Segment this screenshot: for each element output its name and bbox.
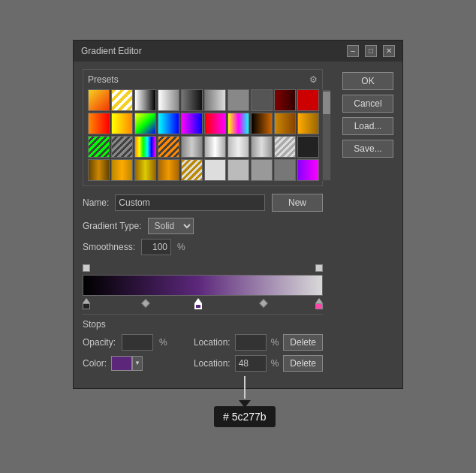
stops-section: Stops Opacity: % Location: % Delete Colo… <box>83 314 323 372</box>
color-stop-48[interactable] <box>194 298 202 309</box>
preset-swatch-20[interactable] <box>88 136 110 158</box>
gradient-type-row: Gradient Type: Solid Noise <box>83 218 323 234</box>
preset-swatch-5[interactable] <box>204 89 226 111</box>
color-delete-button[interactable]: Delete <box>283 355 323 372</box>
preset-swatch-15[interactable] <box>204 113 226 134</box>
color-stop-100[interactable] <box>315 298 323 309</box>
preset-swatch-0[interactable] <box>88 89 110 111</box>
preset-swatch-4[interactable] <box>181 89 203 111</box>
midpoint-2[interactable] <box>259 299 267 307</box>
color-stops-row <box>83 297 323 309</box>
cancel-button[interactable]: Cancel <box>342 95 393 113</box>
title-bar: Gradient Editor – □ ✕ <box>74 41 402 62</box>
preset-swatch-18[interactable] <box>274 113 296 134</box>
preset-swatch-21[interactable] <box>111 136 133 158</box>
dialog-body: OK Cancel Load... Save... Presets ⚙ Name… <box>74 62 402 388</box>
gear-icon[interactable]: ⚙ <box>309 74 318 85</box>
smoothness-row: Smoothness: % <box>83 239 323 255</box>
preset-swatch-31[interactable] <box>111 159 133 181</box>
preset-swatch-3[interactable] <box>158 89 179 111</box>
preset-swatch-6[interactable] <box>227 89 249 111</box>
preset-swatch-26[interactable] <box>227 136 249 158</box>
presets-label: Presets <box>88 74 119 85</box>
color-dropdown: ▼ <box>111 356 143 371</box>
preset-swatch-9[interactable] <box>297 89 319 111</box>
opacity-input[interactable] <box>122 334 153 351</box>
dialog-title: Gradient Editor <box>81 46 142 56</box>
preset-swatch-28[interactable] <box>274 136 296 158</box>
preset-swatch-11[interactable] <box>111 113 133 134</box>
minimize-button[interactable]: – <box>347 45 359 57</box>
preset-swatch-19[interactable] <box>297 113 319 134</box>
preset-swatch-36[interactable] <box>227 159 249 181</box>
preset-swatch-12[interactable] <box>134 113 156 134</box>
gradient-type-select[interactable]: Solid Noise <box>148 218 194 234</box>
opacity-unit: % <box>159 337 167 348</box>
scrollbar-thumb <box>323 92 330 114</box>
color-dropdown-arrow[interactable]: ▼ <box>132 356 143 371</box>
preset-swatch-14[interactable] <box>181 113 203 134</box>
ok-button[interactable]: OK <box>342 72 393 90</box>
preset-swatch-39[interactable] <box>297 159 319 181</box>
name-input[interactable] <box>115 194 265 211</box>
preset-swatch-7[interactable] <box>251 89 273 111</box>
color-location-input[interactable] <box>235 355 267 372</box>
smoothness-input[interactable] <box>141 239 171 255</box>
opacity-location-unit: % <box>271 337 279 348</box>
smoothness-label: Smoothness: <box>83 242 135 252</box>
preset-swatch-16[interactable] <box>227 113 249 134</box>
right-buttons: OK Cancel Load... Save... <box>342 72 393 158</box>
preset-swatch-17[interactable] <box>251 113 273 134</box>
preset-swatch-22[interactable] <box>134 136 156 158</box>
presets-grid <box>88 89 319 181</box>
preset-swatch-29[interactable] <box>297 136 319 158</box>
color-stop-0[interactable] <box>83 298 90 309</box>
preset-swatch-33[interactable] <box>158 159 179 181</box>
preset-swatch-1[interactable] <box>111 89 133 111</box>
close-button[interactable]: ✕ <box>383 45 395 57</box>
opacity-delete-button[interactable]: Delete <box>283 334 323 351</box>
preset-swatch-34[interactable] <box>181 159 203 181</box>
gradient-type-label: Gradient Type: <box>83 221 142 231</box>
color-row: Color: ▼ Location: % Delete <box>83 355 323 372</box>
maximize-button[interactable]: □ <box>365 45 377 57</box>
color-swatch[interactable] <box>111 356 132 371</box>
preset-swatch-24[interactable] <box>181 136 203 158</box>
opacity-stop-left[interactable] <box>83 264 90 272</box>
preset-swatch-23[interactable] <box>158 136 179 158</box>
gradient-bar-area <box>83 263 323 309</box>
preset-swatch-13[interactable] <box>158 113 179 134</box>
opacity-location-input[interactable] <box>235 334 267 351</box>
gradient-bar-fill <box>83 276 322 295</box>
color-location-unit: % <box>271 358 279 369</box>
presets-grid-wrapper <box>88 89 318 181</box>
opacity-label: Opacity: <box>83 337 116 348</box>
preset-swatch-2[interactable] <box>134 89 156 111</box>
preset-swatch-38[interactable] <box>274 159 296 181</box>
presets-header: Presets ⚙ <box>88 74 318 85</box>
preset-swatch-25[interactable] <box>204 136 226 158</box>
preset-swatch-37[interactable] <box>251 159 273 181</box>
opacity-row: Opacity: % Location: % Delete <box>83 334 323 351</box>
midpoint-1[interactable] <box>141 299 149 307</box>
preset-swatch-8[interactable] <box>274 89 296 111</box>
name-row: Name: New <box>83 194 323 212</box>
presets-scrollbar[interactable] <box>322 89 331 181</box>
preset-swatch-10[interactable] <box>88 113 110 134</box>
load-button[interactable]: Load... <box>342 117 393 135</box>
save-button[interactable]: Save... <box>342 140 393 158</box>
preset-swatch-27[interactable] <box>251 136 273 158</box>
opacity-stop-right[interactable] <box>315 264 323 272</box>
color-location-label: Location: <box>194 358 230 369</box>
tooltip: # 5c277b <box>214 376 276 427</box>
title-bar-controls: – □ ✕ <box>347 45 395 57</box>
presets-section: Presets ⚙ <box>83 69 323 186</box>
preset-swatch-32[interactable] <box>134 159 156 181</box>
gradient-bar[interactable] <box>83 275 323 296</box>
name-label: Name: <box>83 197 109 208</box>
gradient-editor-dialog: Gradient Editor – □ ✕ OK Cancel Load... … <box>73 40 403 389</box>
preset-swatch-30[interactable] <box>88 159 110 181</box>
preset-swatch-35[interactable] <box>204 159 226 181</box>
new-button[interactable]: New <box>272 194 323 212</box>
color-label: Color: <box>83 358 107 369</box>
